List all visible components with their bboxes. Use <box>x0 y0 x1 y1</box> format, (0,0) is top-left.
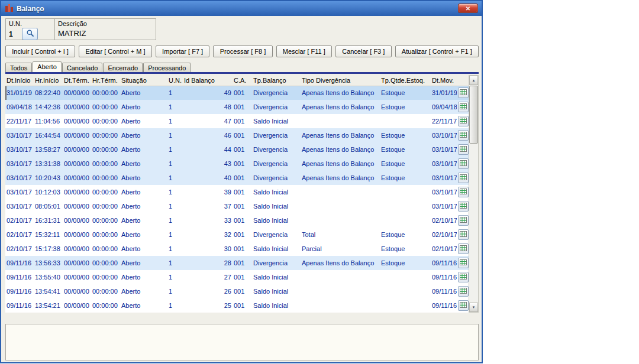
scroll-down-button[interactable]: ▼ <box>469 303 478 312</box>
row-detail-button[interactable] <box>458 158 469 169</box>
table-row[interactable]: 02/10/17 16:31:31 00/00/00 00:00:00 Aber… <box>5 213 469 228</box>
row-detail-button[interactable] <box>458 286 469 297</box>
cell-hr-inicio: 13:54:41 <box>34 284 63 298</box>
row-detail-button[interactable] <box>458 201 469 212</box>
scroll-up-button[interactable]: ▲ <box>469 76 478 85</box>
close-button[interactable]: ✕ <box>458 4 478 13</box>
toolbar-button[interactable]: Cancelar [ F3 ] <box>335 46 392 57</box>
column-header[interactable]: Hr.Térm. <box>91 75 120 86</box>
grid-icon <box>460 216 467 225</box>
row-detail-button[interactable] <box>458 187 469 197</box>
cell-dt-inicio: 31/01/19 <box>5 86 34 100</box>
cell-situacao: Aberto <box>120 213 167 228</box>
row-detail-button[interactable] <box>458 173 469 183</box>
cell-hr-inicio: 08:22:40 <box>34 86 63 100</box>
toolbar-button[interactable]: Atualizar [ Control + F1 ] <box>395 46 479 57</box>
row-detail-button[interactable] <box>458 144 469 155</box>
cell-tipo-divergencia <box>301 199 380 213</box>
column-header[interactable]: Id Balanço <box>183 75 233 86</box>
table-row[interactable]: 03/10/17 13:58:27 00/00/00 00:00:00 Aber… <box>5 142 469 157</box>
tab[interactable]: Processando <box>143 63 191 72</box>
toolbar-button[interactable]: Importar [ F7 ] <box>156 46 210 57</box>
toolbar-button[interactable]: Mesclar [ F11 ] <box>276 46 332 57</box>
table-row[interactable]: 09/11/16 13:56:33 00/00/00 00:00:00 Aber… <box>5 256 469 270</box>
column-header[interactable]: Tp.Balanço <box>252 75 301 86</box>
table-row[interactable]: 03/10/17 10:20:43 00/00/00 00:00:00 Aber… <box>5 171 469 185</box>
column-header[interactable]: Hr.Início <box>34 75 63 86</box>
cell-tp-qtde-estoq: Estoque <box>380 157 431 171</box>
cell-id-balanco: 43 <box>183 157 233 171</box>
table-row[interactable]: 22/11/17 11:04:56 00/00/00 00:00:00 Aber… <box>5 114 469 128</box>
column-header[interactable]: Tp.Qtde.Estoq. <box>380 75 431 86</box>
column-header[interactable]: U.N. <box>167 75 183 86</box>
row-detail-button[interactable] <box>458 215 469 226</box>
column-header[interactable]: Dt.Mov. <box>431 75 457 86</box>
cell-un: 1 <box>167 242 183 256</box>
cell-dt-mov: 09/11/16 <box>431 284 457 298</box>
cell-dt-term: 00/00/00 <box>63 213 91 228</box>
toolbar-button[interactable]: Processar [ F8 ] <box>213 46 272 57</box>
cell-tipo-divergencia: Apenas Itens do Balanço <box>301 157 380 171</box>
cell-id-balanco: 32 <box>183 228 233 242</box>
row-detail-button[interactable] <box>458 243 469 254</box>
row-detail-button[interactable] <box>458 130 469 141</box>
table-row[interactable]: 02/10/17 15:17:38 00/00/00 00:00:00 Aber… <box>5 242 469 256</box>
grid-icon <box>460 230 467 239</box>
cell-tp-balanco: Saldo Inicial <box>252 242 301 256</box>
cell-dt-term: 00/00/00 <box>63 199 91 213</box>
column-header[interactable]: Dt.Térm. <box>63 75 91 86</box>
table-row[interactable]: 09/11/16 13:55:40 00/00/00 00:00:00 Aber… <box>5 270 469 284</box>
cell-tp-qtde-estoq <box>380 185 431 199</box>
close-icon: ✕ <box>466 5 470 12</box>
scroll-down-icon: ▼ <box>472 306 476 309</box>
table-row[interactable]: 09/11/16 13:54:41 00/00/00 00:00:00 Aber… <box>5 284 469 298</box>
column-header[interactable]: Dt.Início <box>5 75 34 86</box>
row-detail-button[interactable] <box>458 300 469 311</box>
tab[interactable]: Encerrado <box>103 63 143 72</box>
table-row[interactable]: 09/04/18 14:42:36 00/00/00 00:00:00 Aber… <box>5 100 469 114</box>
vertical-scrollbar[interactable]: ▲ ▼ <box>469 75 479 313</box>
cell-hr-inicio: 13:56:33 <box>34 256 63 270</box>
tab[interactable]: Aberto <box>33 61 61 72</box>
column-header[interactable]: Situação <box>120 75 167 86</box>
un-label: U.N. <box>9 20 51 27</box>
cell-hr-inicio: 08:05:01 <box>34 199 63 213</box>
grid-icon <box>460 174 467 183</box>
column-header[interactable]: Tipo Divergência <box>301 75 380 86</box>
row-detail-button[interactable] <box>458 116 469 126</box>
row-detail-button[interactable] <box>458 229 469 240</box>
table-row[interactable]: 09/11/16 13:54:21 00/00/00 00:00:00 Aber… <box>5 298 469 313</box>
column-header[interactable]: C.A. <box>233 75 252 86</box>
table-row[interactable]: 02/10/17 15:32:11 00/00/00 00:00:00 Aber… <box>5 228 469 242</box>
grid-icon <box>460 273 467 282</box>
grid-icon <box>460 287 467 296</box>
grid-area: Dt.InícioHr.InícioDt.Térm.Hr.Térm.Situaç… <box>5 75 479 313</box>
search-button[interactable] <box>22 28 38 40</box>
un-input[interactable] <box>9 30 21 38</box>
table-row[interactable]: 03/10/17 13:31:38 00/00/00 00:00:00 Aber… <box>5 157 469 171</box>
row-detail-button[interactable] <box>458 102 469 112</box>
row-detail-button[interactable] <box>458 272 469 282</box>
grid-icon <box>460 117 467 126</box>
cell-dt-inicio: 02/10/17 <box>5 242 34 256</box>
cell-situacao: Aberto <box>120 228 167 242</box>
cell-dt-term: 00/00/00 <box>63 185 91 199</box>
grid-icon <box>460 145 467 154</box>
table-row[interactable]: 03/10/17 08:05:01 00/00/00 00:00:00 Aber… <box>5 199 469 213</box>
row-detail-button[interactable] <box>458 87 469 98</box>
tab[interactable]: Todos <box>5 63 32 72</box>
tab[interactable]: Cancelado <box>62 63 103 72</box>
row-detail-button[interactable] <box>458 258 469 268</box>
scrollbar-thumb[interactable] <box>469 86 478 144</box>
toolbar-button[interactable]: Editar [ Control + M ] <box>79 46 152 57</box>
table-row[interactable]: 03/10/17 16:44:54 00/00/00 00:00:00 Aber… <box>5 128 469 142</box>
table-row[interactable]: 03/10/17 10:12:03 00/00/00 00:00:00 Aber… <box>5 185 469 199</box>
window-content: U.N. Descrição MATRIZ Incluir [ Control … <box>1 18 482 360</box>
cell-hr-inicio: 13:55:40 <box>34 270 63 284</box>
cell-hr-term: 00:00:00 <box>91 199 120 213</box>
toolbar-button[interactable]: Incluir [ Control + I ] <box>5 46 75 57</box>
cell-hr-term: 00:00:00 <box>91 157 120 171</box>
titlebar[interactable]: Balanço ✕ <box>1 1 482 16</box>
table-row[interactable]: 31/01/19 08:22:40 00/00/00 00:00:00 Aber… <box>5 86 469 100</box>
cell-tipo-divergencia: Apenas Itens do Balanço <box>301 128 380 142</box>
